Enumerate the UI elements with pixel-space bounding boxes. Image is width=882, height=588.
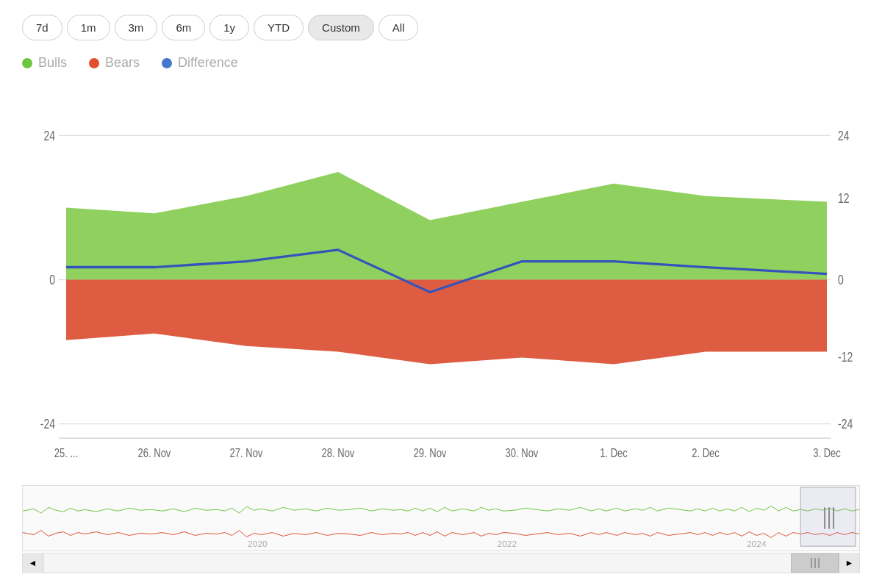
grip-line-3 xyxy=(818,558,820,568)
scroll-thumb[interactable] xyxy=(791,553,839,573)
scrollbar[interactable]: ◄ ► xyxy=(22,553,860,573)
legend-bears: Bears xyxy=(89,55,140,71)
svg-text:27. Nov: 27. Nov xyxy=(230,446,263,460)
btn-7d[interactable]: 7d xyxy=(22,15,62,40)
scroll-track[interactable] xyxy=(43,553,839,573)
svg-text:-24: -24 xyxy=(40,416,55,431)
svg-text:-24: -24 xyxy=(838,416,853,431)
svg-rect-21 xyxy=(23,486,859,551)
scroll-thumb-grip xyxy=(811,558,820,568)
btn-all[interactable]: All xyxy=(379,15,419,40)
time-range-buttons: 7d 1m 3m 6m 1y YTD Custom All xyxy=(22,15,860,40)
btn-custom[interactable]: Custom xyxy=(308,15,374,40)
main-chart[interactable]: 24 0 -24 24 12 0 -12 -24 25. ... 26. Nov xyxy=(22,78,860,481)
scroll-left-button[interactable]: ◄ xyxy=(23,553,43,573)
svg-text:2022: 2022 xyxy=(498,539,517,549)
grip-line-2 xyxy=(814,558,816,568)
mini-navigator[interactable]: 2020 2022 2024 xyxy=(22,485,860,551)
svg-rect-25 xyxy=(800,487,856,546)
bulls-dot xyxy=(22,58,32,68)
legend-difference: Difference xyxy=(162,55,238,71)
svg-text:1. Dec: 1. Dec xyxy=(600,446,628,460)
svg-text:24: 24 xyxy=(43,128,55,143)
svg-text:-12: -12 xyxy=(838,349,853,364)
btn-6m[interactable]: 6m xyxy=(162,15,205,40)
svg-text:29. Nov: 29. Nov xyxy=(414,446,447,460)
bulls-area xyxy=(66,172,827,279)
left-arrow-icon: ◄ xyxy=(29,558,37,568)
right-arrow-icon: ► xyxy=(845,558,854,568)
svg-text:25. ...: 25. ... xyxy=(54,446,78,460)
chart-legend: Bulls Bears Difference xyxy=(22,55,860,71)
svg-text:0: 0 xyxy=(838,272,844,287)
svg-text:24: 24 xyxy=(838,128,850,143)
scroll-right-button[interactable]: ► xyxy=(839,553,859,573)
svg-text:28. Nov: 28. Nov xyxy=(322,446,355,460)
bulls-label: Bulls xyxy=(38,55,67,71)
legend-bulls: Bulls xyxy=(22,55,67,71)
difference-label: Difference xyxy=(178,55,238,71)
svg-text:2024: 2024 xyxy=(747,539,767,549)
svg-text:2. Dec: 2. Dec xyxy=(692,446,720,460)
btn-1y[interactable]: 1y xyxy=(209,15,249,40)
bears-area xyxy=(66,280,827,365)
svg-text:2020: 2020 xyxy=(248,539,268,549)
svg-text:26. Nov: 26. Nov xyxy=(138,446,171,460)
btn-1m[interactable]: 1m xyxy=(67,15,110,40)
svg-text:12: 12 xyxy=(838,190,850,205)
svg-text:3. Dec: 3. Dec xyxy=(813,446,841,460)
btn-3m[interactable]: 3m xyxy=(115,15,158,40)
grip-line-1 xyxy=(811,558,812,568)
difference-dot xyxy=(162,58,172,68)
chart-wrapper: 24 0 -24 24 12 0 -12 -24 25. ... 26. Nov xyxy=(22,78,860,573)
btn-ytd[interactable]: YTD xyxy=(254,15,304,40)
svg-text:30. Nov: 30. Nov xyxy=(506,446,539,460)
bears-dot xyxy=(89,58,99,68)
svg-text:0: 0 xyxy=(49,272,55,287)
bears-label: Bears xyxy=(105,55,140,71)
